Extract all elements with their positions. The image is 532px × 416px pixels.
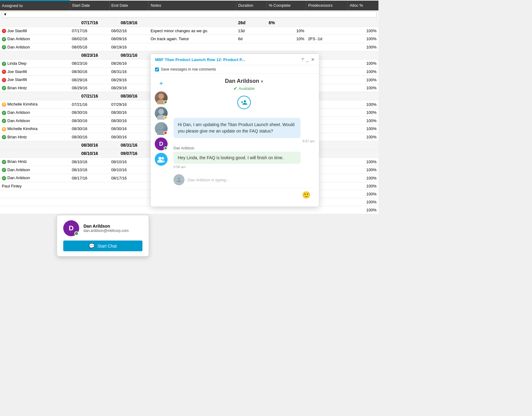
group-alloc [348,51,379,60]
help-icon[interactable]: ? [301,57,304,62]
table-row: ✓Dan Arildson 08/02/16 08/09/16 On track… [0,35,379,43]
cell-end: 08/30/16 [109,117,149,125]
chat-sidebar: + [151,78,169,202]
cell-assigned: ✓Dan Arildson [0,166,70,174]
cell-start: 08/10/16 [70,158,109,166]
cell-assigned: ✓Dan Arildson [0,109,70,117]
cell-alloc: 100% [348,100,379,109]
add-contact-button[interactable] [237,96,251,109]
avatar-2[interactable] [155,107,168,120]
cell-pct: 10% [267,35,306,43]
cell-start: 07/21/16 [70,100,109,109]
group-notes [149,19,236,27]
cell-empty-alloc: 100% [348,206,379,214]
cell-alloc: 100% [348,109,379,117]
filter-dropdown[interactable]: ▼ [2,11,377,17]
cell-start: 08/30/16 [70,133,109,141]
avatar: D [63,220,79,236]
cell-pred [306,27,348,35]
cell-start [70,182,109,190]
cell-end: 08/19/16 [109,43,149,51]
cell-empty-end [109,190,149,198]
cell-duration [236,43,267,51]
cell-alloc: 100% [348,76,379,84]
cell-end: 08/26/16 [109,60,149,68]
avatar-letter-d[interactable]: D [155,137,168,150]
cell-alloc: 100% [348,60,379,68]
minimize-icon[interactable]: _ [306,57,309,62]
cell-alloc: 100% [348,182,379,190]
group-start: 07/17/16 [70,19,109,27]
add-button[interactable]: + [156,78,167,89]
online-badge [74,231,79,236]
group-assigned [0,51,70,60]
assigned-name: Dan Arildson [7,175,30,180]
chat-user-status: ✔ Available [173,86,315,91]
status-icon-yellow: ⏱ [2,102,6,107]
assigned-name: Brian Hintz [7,159,27,164]
assigned-name: Dan Arildson [7,118,30,123]
cell-notes: On track again. Twice [149,35,236,43]
start-chat-button[interactable]: 💬 Start Chat [63,241,142,251]
status-dot-1 [164,100,167,104]
cell-pred: 2FS -1d [306,35,348,43]
avatar-letter: D [69,224,74,232]
cell-start: 08/30/16 [70,117,109,125]
cell-end: 07/29/16 [109,100,149,109]
chat-user-header: Dan Arildson ▾ ✔ Available [173,78,315,91]
cell-start: 08/30/16 [70,67,109,76]
user-popup-inner: D Dan Arildson dan.arildson@mbfcorp.com [63,220,142,236]
cell-assigned: ✓Dan Arildson [0,35,70,43]
filter-row: ▼ [0,10,379,19]
status-icon-yellow: ⏱ [2,127,6,131]
group-end: 08/31/16 [109,141,149,149]
assigned-name: Joe Stanfill [7,29,27,33]
group-assigned [0,149,70,158]
status-icon-red: − [2,70,6,74]
status-icon-red: − [2,29,6,33]
close-icon[interactable]: ✕ [311,57,315,62]
group-chat-avatar[interactable] [155,153,168,166]
cell-alloc: 100% [348,35,379,43]
cell-assigned: ✓Brian Hintz [0,158,70,166]
emoji-button[interactable]: 🙂 [302,191,310,199]
group-assigned [0,92,70,100]
chevron-icon[interactable]: ▾ [261,79,263,84]
cell-start: 08/29/16 [70,84,109,92]
group-end: 08/30/16 [109,92,149,100]
chat-input[interactable] [178,193,299,198]
chat-header-icons: ? _ ✕ [301,57,315,62]
status-icon-green: ✓ [2,86,6,90]
col-header-duration: Duration [236,1,267,11]
svg-point-0 [158,94,164,99]
cell-notes: Expect minor changes as we go. [149,27,236,35]
group-end: 08/19/16 [109,19,149,27]
cell-start: 08/02/16 [70,35,109,43]
cell-assigned: −Joe Stanfill [0,76,70,84]
cell-start: 07/17/16 [70,27,109,35]
group-duration: 26d [236,19,267,27]
status-icon-green: ✓ [2,135,6,139]
cell-empty-end [109,206,149,214]
cell-empty-pred [306,206,348,214]
chat-save-row: Save messages in row comments [151,65,319,74]
start-chat-label: Start Chat [97,244,117,248]
save-messages-label: Save messages in row comments [161,67,216,71]
message-time-out: 9:57 am [173,139,315,143]
chat-title[interactable]: MBF Titan Product Launch Row 12: Product… [155,57,245,62]
assigned-name: Linda Diep [7,61,26,66]
status-icon-green: ✓ [2,111,6,115]
avatar-1[interactable] [155,91,168,104]
cell-start: 08/05/16 [70,43,109,51]
cell-empty-alloc: 100% [348,190,379,198]
svg-point-6 [158,157,161,160]
save-messages-checkbox[interactable] [155,67,159,71]
cell-pred [306,43,348,51]
status-check-icon: ✔ [233,86,237,91]
user-popup: D Dan Arildson dan.arildson@mbfcorp.com … [57,215,149,256]
group-start: 08/10/16 [70,149,109,158]
col-header-assigned: Assigned to [0,1,70,11]
avatar-3[interactable] [155,122,168,135]
table-row: 100% [0,206,379,214]
typing-text: Dan Arildson is typing... [188,178,229,182]
